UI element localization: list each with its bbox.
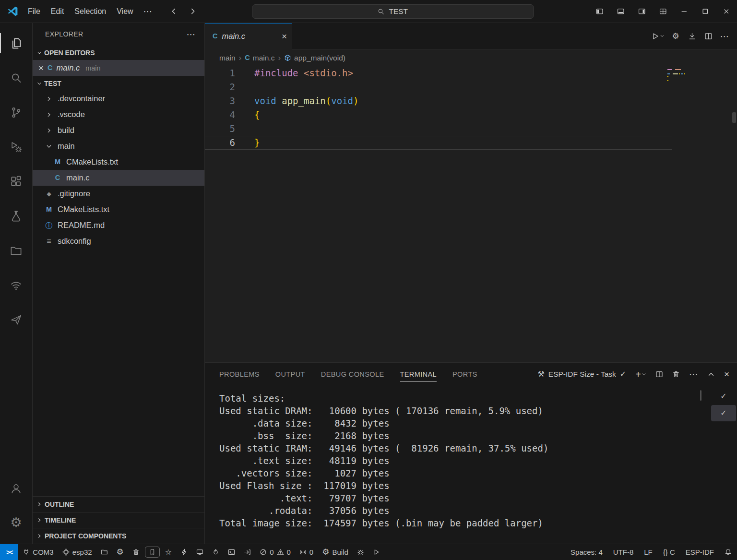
breadcrumb-item-app-main-void[interactable]: app_main(void)	[284, 54, 345, 62]
close-tab-icon[interactable]: ×	[282, 32, 287, 41]
toggle-primary-sidebar-button[interactable]	[589, 0, 610, 23]
status-build[interactable]: ⚙Build	[318, 544, 353, 560]
more-terminal-actions-button[interactable]: ⋯	[689, 369, 698, 379]
tree-file-cmakelists-txt[interactable]: MCMakeLists.txt	[33, 202, 204, 217]
status-full-clean[interactable]	[128, 544, 144, 560]
new-terminal-button[interactable]: +	[635, 369, 646, 379]
more-menu-icon[interactable]: ⋯	[139, 6, 157, 17]
close-button[interactable]	[716, 0, 737, 23]
activity-esp-rainmaker[interactable]	[0, 268, 32, 302]
terminal-task[interactable]: ⚒ ESP-IDF Size - Task ✓	[537, 370, 626, 379]
tree-folder-vscode[interactable]: .vscode	[33, 107, 204, 122]
line-content: void app_main(void)	[235, 94, 358, 108]
customize-layout-button[interactable]	[653, 0, 674, 23]
activity-extensions[interactable]	[0, 164, 32, 199]
menu-selection[interactable]: Selection	[69, 5, 111, 18]
toggle-secondary-sidebar-button[interactable]	[631, 0, 653, 23]
status-erase-flash[interactable]	[208, 544, 224, 560]
terminal-output[interactable]: Total sizes:Used static DRAM: 10600 byte…	[205, 385, 737, 529]
editor-settings-button[interactable]: ⚙	[669, 29, 682, 43]
kill-terminal-button[interactable]	[672, 370, 680, 378]
status-esp-idf[interactable]: ESP-IDF	[680, 544, 719, 560]
more-editor-actions-button[interactable]: ⋯	[718, 29, 731, 43]
activity-explorer[interactable]	[0, 26, 32, 60]
activity-account[interactable]	[0, 471, 32, 505]
close-panel-button[interactable]: ×	[724, 369, 729, 379]
activity-run-debug[interactable]	[0, 130, 32, 164]
minimize-button[interactable]	[674, 0, 695, 23]
status-project-folder[interactable]	[96, 544, 112, 560]
terminal-scrollbar[interactable]	[700, 390, 701, 401]
workspace-section-header[interactable]: TEST	[33, 76, 204, 91]
menu-view[interactable]: View	[111, 5, 138, 18]
tree-file-readme-md[interactable]: ⓘREADME.md	[33, 217, 204, 233]
tree-folder-build[interactable]: build	[33, 122, 204, 138]
explorer-more-icon[interactable]: ⋯	[187, 30, 196, 39]
panel-tab-ports[interactable]: PORTS	[452, 363, 477, 385]
section-project-components[interactable]: PROJECT COMPONENTS	[33, 528, 204, 544]
split-terminal-button[interactable]	[655, 370, 663, 378]
status-indentation[interactable]: Spaces: 4	[565, 544, 608, 560]
tree-file-gitignore[interactable]: ◆.gitignore	[33, 186, 204, 202]
status-notifications[interactable]	[719, 544, 737, 560]
split-editor-button[interactable]	[701, 29, 715, 43]
status-flash-method[interactable]	[145, 547, 160, 558]
section-timeline[interactable]: TIMELINE	[33, 512, 204, 528]
install-download-button[interactable]	[685, 29, 699, 43]
status-run[interactable]	[368, 544, 384, 560]
status-device-target[interactable]: esp32	[58, 544, 96, 560]
toggle-panel-button[interactable]	[610, 0, 631, 23]
forward-icon[interactable]	[189, 7, 197, 15]
status-eol[interactable]: LF	[639, 544, 658, 560]
tab-main-c[interactable]: C main.c ×	[205, 23, 292, 49]
activity-search[interactable]	[0, 60, 32, 95]
tree-file-cmakelists-txt[interactable]: MCMakeLists.txt	[33, 154, 204, 170]
status-idf-terminal[interactable]	[224, 544, 239, 560]
activity-source-control[interactable]	[0, 95, 32, 130]
status-wireless[interactable]: 0	[295, 544, 318, 560]
status-menuconfig[interactable]: ⚙	[112, 544, 128, 560]
panel-tab-terminal[interactable]: TERMINAL	[400, 363, 437, 385]
status-label: COM3	[33, 548, 53, 556]
open-editor-item[interactable]: × C main.c main	[33, 60, 204, 76]
status-problems[interactable]: 00	[255, 544, 295, 560]
code-editor[interactable]: 1#include <stdio.h>23void app_main(void)…	[205, 66, 737, 362]
tree-folder-main[interactable]: main	[33, 138, 204, 154]
activity-espressif[interactable]	[0, 302, 32, 337]
menu-edit[interactable]: Edit	[46, 5, 70, 18]
status-star[interactable]: ☆	[161, 544, 176, 560]
status-com-port[interactable]: COM3	[18, 544, 58, 560]
terminal-session-1[interactable]: ✓	[711, 388, 736, 405]
panel-tab-debug-console[interactable]: DEBUG CONSOLE	[321, 363, 384, 385]
status-encoding[interactable]: UTF-8	[608, 544, 639, 560]
minimap[interactable]	[667, 69, 688, 82]
run-code-button[interactable]	[650, 29, 666, 43]
maximize-button[interactable]	[695, 0, 716, 23]
status-run-command[interactable]	[239, 544, 255, 560]
maximize-panel-button[interactable]	[707, 370, 715, 378]
breadcrumb-item-main[interactable]: main	[219, 54, 236, 62]
activity-esp-idf-explorer[interactable]	[0, 233, 32, 268]
terminal-session-2[interactable]: ✓	[711, 405, 736, 421]
status-debug[interactable]	[353, 544, 368, 560]
overview-ruler[interactable]	[732, 112, 736, 123]
breadcrumb-item-main-c[interactable]: Cmain.c	[245, 54, 274, 62]
section-outline[interactable]: OUTLINE	[33, 496, 204, 512]
panel-tab-problems[interactable]: PROBLEMS	[219, 363, 260, 385]
back-icon[interactable]	[170, 7, 178, 15]
open-editors-header[interactable]: OPEN EDITORS	[33, 45, 204, 60]
status-label: LF	[644, 548, 653, 556]
activity-settings[interactable]: ⚙	[0, 505, 32, 540]
tree-file-sdkconfig[interactable]: ≡sdkconfig	[33, 233, 204, 249]
status-remote[interactable]: ><	[0, 544, 18, 560]
panel-tab-output[interactable]: OUTPUT	[275, 363, 305, 385]
tree-folder-devcontainer[interactable]: .devcontainer	[33, 91, 204, 107]
tree-file-main-c[interactable]: Cmain.c	[33, 170, 204, 186]
command-center[interactable]: TEST	[252, 4, 534, 19]
close-icon[interactable]: ×	[38, 63, 44, 72]
status-flash[interactable]	[176, 544, 192, 560]
activity-testing[interactable]	[0, 199, 32, 233]
status-language[interactable]: {} C	[658, 544, 680, 560]
status-monitor[interactable]	[192, 544, 208, 560]
menu-file[interactable]: File	[23, 5, 46, 18]
